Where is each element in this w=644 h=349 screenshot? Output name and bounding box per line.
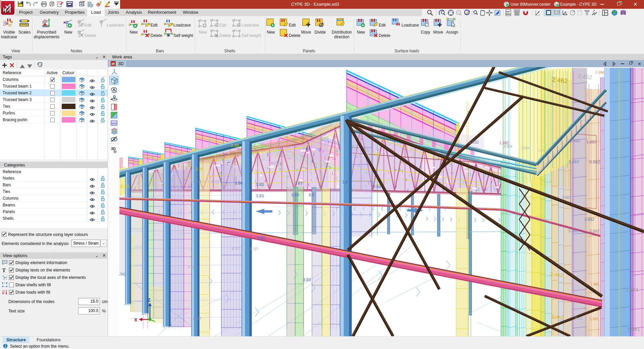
svg-text:z: z: [6, 278, 7, 280]
svg-text:1.882: 1.882: [469, 140, 479, 145]
svg-text:3.36: 3.36: [195, 166, 204, 171]
svg-text:DWG: DWG: [506, 13, 510, 15]
svg-text:I: I: [91, 4, 92, 7]
svg-text:1.386: 1.386: [590, 317, 598, 321]
svg-text:3.727: 3.727: [211, 180, 220, 184]
svg-text:X: X: [134, 317, 138, 322]
svg-text:3.8: 3.8: [342, 180, 348, 185]
svg-text:DXF: DXF: [515, 10, 519, 12]
svg-text:3.882: 3.882: [589, 159, 600, 164]
svg-text:1.941: 1.941: [627, 326, 640, 332]
svg-text:3D: 3D: [111, 147, 116, 151]
svg-text:2.46: 2.46: [574, 315, 583, 321]
svg-text:3.727: 3.727: [193, 317, 201, 320]
svg-text:3.36: 3.36: [230, 143, 239, 148]
svg-text:3.727: 3.727: [250, 247, 258, 251]
svg-text:3.882: 3.882: [562, 196, 571, 199]
svg-text:2.462: 2.462: [550, 271, 563, 278]
svg-text:1.882: 1.882: [570, 139, 580, 143]
svg-text:3.504: 3.504: [521, 146, 530, 150]
svg-text:2.77: 2.77: [538, 149, 544, 152]
svg-text:3.727: 3.727: [188, 265, 196, 269]
svg-text:3.727: 3.727: [193, 180, 201, 184]
svg-text:3.882: 3.882: [584, 217, 594, 222]
svg-text:Z: Z: [148, 297, 151, 303]
svg-text:T: T: [40, 64, 42, 67]
svg-text:3.3: 3.3: [309, 193, 314, 197]
svg-text:3.882: 3.882: [568, 159, 579, 164]
svg-text:3.504: 3.504: [503, 144, 513, 148]
svg-text:3.882: 3.882: [589, 229, 599, 234]
svg-text:3.83: 3.83: [303, 278, 311, 282]
svg-text:3.83: 3.83: [372, 151, 380, 156]
svg-text:3.727: 3.727: [231, 247, 240, 251]
svg-text:3.36: 3.36: [120, 184, 129, 189]
svg-text:1.00: 1.00: [555, 11, 559, 14]
svg-text:1.386: 1.386: [590, 283, 599, 286]
svg-text:2.462: 2.462: [552, 314, 564, 320]
svg-text:3.882: 3.882: [568, 229, 578, 233]
svg-text:x: x: [6, 275, 7, 277]
svg-text:3.86: 3.86: [235, 181, 243, 186]
svg-text:1.386: 1.386: [595, 70, 604, 74]
svg-text:DXF: DXF: [506, 11, 511, 13]
svg-text:3.83: 3.83: [294, 181, 303, 186]
svg-text:1.882: 1.882: [586, 140, 596, 144]
svg-text:?: ?: [623, 11, 624, 14]
svg-text:y: y: [2, 275, 3, 277]
svg-text:3.83: 3.83: [256, 194, 264, 198]
svg-text:x2: x2: [457, 11, 460, 14]
svg-text:3.83: 3.83: [257, 236, 265, 240]
svg-text:3.83: 3.83: [256, 182, 264, 187]
svg-text:3.83: 3.83: [373, 184, 381, 189]
svg-text:3.83: 3.83: [291, 193, 299, 197]
svg-text:1.941: 1.941: [626, 287, 639, 292]
